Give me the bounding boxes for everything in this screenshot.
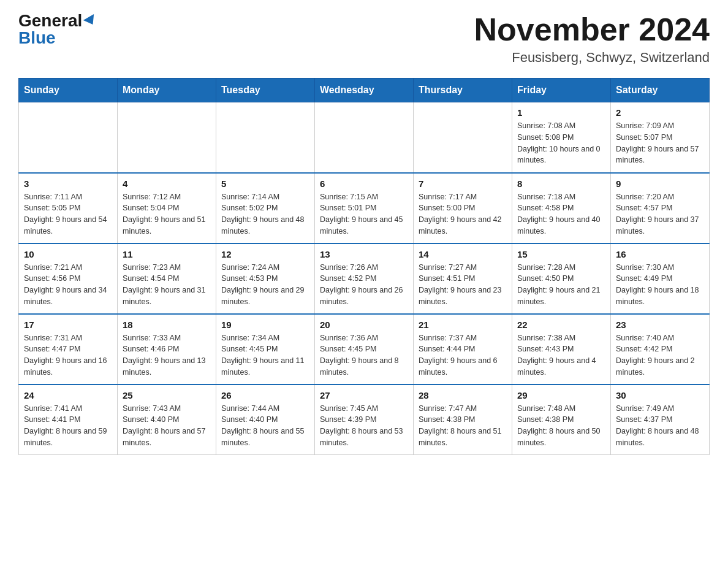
day-info: Sunrise: 7:49 AMSunset: 4:37 PMDaylight:… (616, 403, 704, 449)
logo-triangle-icon (83, 14, 98, 28)
calendar-cell: 16Sunrise: 7:30 AMSunset: 4:49 PMDayligh… (611, 243, 710, 314)
day-info: Sunrise: 7:09 AMSunset: 5:07 PMDaylight:… (616, 120, 704, 166)
day-info: Sunrise: 7:38 AMSunset: 4:43 PMDaylight:… (517, 332, 605, 378)
weekday-header-monday: Monday (118, 79, 216, 102)
calendar-cell: 6Sunrise: 7:15 AMSunset: 5:01 PMDaylight… (315, 173, 414, 243)
day-number: 16 (616, 249, 704, 259)
day-number: 3 (24, 178, 112, 189)
calendar-cell: 8Sunrise: 7:18 AMSunset: 4:58 PMDaylight… (512, 173, 611, 243)
day-info: Sunrise: 7:27 AMSunset: 4:51 PMDaylight:… (419, 262, 507, 308)
calendar-cell: 2Sunrise: 7:09 AMSunset: 5:07 PMDaylight… (611, 102, 710, 173)
calendar-cell: 30Sunrise: 7:49 AMSunset: 4:37 PMDayligh… (611, 385, 710, 455)
calendar-table: SundayMondayTuesdayWednesdayThursdayFrid… (18, 78, 710, 455)
day-info: Sunrise: 7:43 AMSunset: 4:40 PMDaylight:… (123, 403, 211, 449)
day-number: 24 (24, 390, 112, 400)
day-number: 14 (419, 249, 507, 259)
day-info: Sunrise: 7:12 AMSunset: 5:04 PMDaylight:… (123, 191, 211, 237)
day-number: 5 (221, 178, 309, 189)
weekday-header-row: SundayMondayTuesdayWednesdayThursdayFrid… (19, 79, 710, 102)
day-number: 20 (320, 320, 408, 330)
day-number: 18 (123, 320, 211, 330)
calendar-cell: 15Sunrise: 7:28 AMSunset: 4:50 PMDayligh… (512, 243, 611, 314)
calendar-cell: 29Sunrise: 7:48 AMSunset: 4:38 PMDayligh… (512, 385, 611, 455)
calendar-cell: 4Sunrise: 7:12 AMSunset: 5:04 PMDaylight… (118, 173, 216, 243)
logo-general-text: General (18, 12, 82, 29)
calendar-cell: 14Sunrise: 7:27 AMSunset: 4:51 PMDayligh… (414, 243, 512, 314)
day-number: 8 (517, 178, 605, 189)
day-number: 2 (616, 107, 704, 118)
day-info: Sunrise: 7:20 AMSunset: 4:57 PMDaylight:… (616, 191, 704, 237)
logo: General Blue (18, 12, 97, 47)
calendar-cell: 22Sunrise: 7:38 AMSunset: 4:43 PMDayligh… (512, 314, 611, 385)
day-info: Sunrise: 7:30 AMSunset: 4:49 PMDaylight:… (616, 262, 704, 308)
calendar-week-row: 3Sunrise: 7:11 AMSunset: 5:05 PMDaylight… (19, 173, 710, 243)
day-info: Sunrise: 7:21 AMSunset: 4:56 PMDaylight:… (24, 262, 112, 308)
day-info: Sunrise: 7:08 AMSunset: 5:08 PMDaylight:… (517, 120, 605, 166)
day-number: 29 (517, 390, 605, 400)
weekday-header-tuesday: Tuesday (216, 79, 315, 102)
day-info: Sunrise: 7:18 AMSunset: 4:58 PMDaylight:… (517, 191, 605, 237)
weekday-header-friday: Friday (512, 79, 611, 102)
calendar-week-row: 10Sunrise: 7:21 AMSunset: 4:56 PMDayligh… (19, 243, 710, 314)
calendar-week-row: 17Sunrise: 7:31 AMSunset: 4:47 PMDayligh… (19, 314, 710, 385)
calendar-cell: 27Sunrise: 7:45 AMSunset: 4:39 PMDayligh… (315, 385, 414, 455)
day-info: Sunrise: 7:41 AMSunset: 4:41 PMDaylight:… (24, 403, 112, 449)
weekday-header-sunday: Sunday (19, 79, 118, 102)
day-number: 17 (24, 320, 112, 330)
day-info: Sunrise: 7:37 AMSunset: 4:44 PMDaylight:… (419, 332, 507, 378)
day-number: 25 (123, 390, 211, 400)
day-number: 11 (123, 249, 211, 259)
day-info: Sunrise: 7:36 AMSunset: 4:45 PMDaylight:… (320, 332, 408, 378)
calendar-cell: 7Sunrise: 7:17 AMSunset: 5:00 PMDaylight… (414, 173, 512, 243)
day-info: Sunrise: 7:34 AMSunset: 4:45 PMDaylight:… (221, 332, 309, 378)
month-title: November 2024 (474, 12, 710, 47)
day-number: 23 (616, 320, 704, 330)
calendar-cell: 24Sunrise: 7:41 AMSunset: 4:41 PMDayligh… (19, 385, 118, 455)
day-number: 22 (517, 320, 605, 330)
calendar-cell: 25Sunrise: 7:43 AMSunset: 4:40 PMDayligh… (118, 385, 216, 455)
calendar-cell: 11Sunrise: 7:23 AMSunset: 4:54 PMDayligh… (118, 243, 216, 314)
day-info: Sunrise: 7:47 AMSunset: 4:38 PMDaylight:… (419, 403, 507, 449)
calendar-cell: 9Sunrise: 7:20 AMSunset: 4:57 PMDaylight… (611, 173, 710, 243)
calendar-week-row: 1Sunrise: 7:08 AMSunset: 5:08 PMDaylight… (19, 102, 710, 173)
calendar-cell: 19Sunrise: 7:34 AMSunset: 4:45 PMDayligh… (216, 314, 315, 385)
weekday-header-saturday: Saturday (611, 79, 710, 102)
calendar-cell: 12Sunrise: 7:24 AMSunset: 4:53 PMDayligh… (216, 243, 315, 314)
day-info: Sunrise: 7:28 AMSunset: 4:50 PMDaylight:… (517, 262, 605, 308)
calendar-cell (216, 102, 315, 173)
day-info: Sunrise: 7:40 AMSunset: 4:42 PMDaylight:… (616, 332, 704, 378)
day-number: 19 (221, 320, 309, 330)
calendar-cell: 26Sunrise: 7:44 AMSunset: 4:40 PMDayligh… (216, 385, 315, 455)
page-header: General Blue November 2024 Feusisberg, S… (18, 12, 710, 66)
day-number: 12 (221, 249, 309, 259)
day-info: Sunrise: 7:23 AMSunset: 4:54 PMDaylight:… (123, 262, 211, 308)
day-info: Sunrise: 7:24 AMSunset: 4:53 PMDaylight:… (221, 262, 309, 308)
calendar-cell: 1Sunrise: 7:08 AMSunset: 5:08 PMDaylight… (512, 102, 611, 173)
logo-blue-text: Blue (18, 29, 56, 47)
day-number: 27 (320, 390, 408, 400)
day-number: 30 (616, 390, 704, 400)
day-info: Sunrise: 7:33 AMSunset: 4:46 PMDaylight:… (123, 332, 211, 378)
day-number: 9 (616, 178, 704, 189)
calendar-cell (19, 102, 118, 173)
day-number: 26 (221, 390, 309, 400)
calendar-cell: 3Sunrise: 7:11 AMSunset: 5:05 PMDaylight… (19, 173, 118, 243)
day-number: 21 (419, 320, 507, 330)
day-number: 1 (517, 107, 605, 118)
calendar-cell (118, 102, 216, 173)
location-title: Feusisberg, Schwyz, Switzerland (474, 50, 710, 66)
calendar-cell: 17Sunrise: 7:31 AMSunset: 4:47 PMDayligh… (19, 314, 118, 385)
day-info: Sunrise: 7:14 AMSunset: 5:02 PMDaylight:… (221, 191, 309, 237)
day-number: 28 (419, 390, 507, 400)
day-info: Sunrise: 7:44 AMSunset: 4:40 PMDaylight:… (221, 403, 309, 449)
calendar-cell: 23Sunrise: 7:40 AMSunset: 4:42 PMDayligh… (611, 314, 710, 385)
calendar-cell: 18Sunrise: 7:33 AMSunset: 4:46 PMDayligh… (118, 314, 216, 385)
day-info: Sunrise: 7:15 AMSunset: 5:01 PMDaylight:… (320, 191, 408, 237)
calendar-cell: 28Sunrise: 7:47 AMSunset: 4:38 PMDayligh… (414, 385, 512, 455)
day-info: Sunrise: 7:17 AMSunset: 5:00 PMDaylight:… (419, 191, 507, 237)
title-block: November 2024 Feusisberg, Schwyz, Switze… (474, 12, 710, 66)
day-number: 13 (320, 249, 408, 259)
calendar-cell: 10Sunrise: 7:21 AMSunset: 4:56 PMDayligh… (19, 243, 118, 314)
calendar-cell: 13Sunrise: 7:26 AMSunset: 4:52 PMDayligh… (315, 243, 414, 314)
day-info: Sunrise: 7:31 AMSunset: 4:47 PMDaylight:… (24, 332, 112, 378)
